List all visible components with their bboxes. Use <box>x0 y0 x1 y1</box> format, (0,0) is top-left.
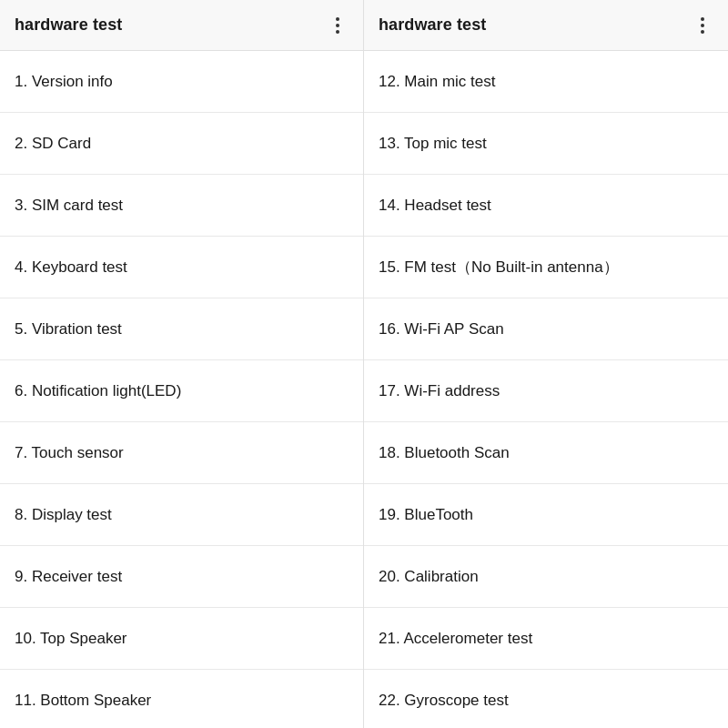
left-list-item[interactable]: 9. Receiver test <box>0 546 363 608</box>
right-panel-title: hardware test <box>379 15 486 35</box>
dot-2 <box>701 24 704 27</box>
left-list-item[interactable]: 2. SD Card <box>0 113 363 175</box>
left-panel-menu-button[interactable] <box>327 15 349 36</box>
dot-2 <box>336 24 339 27</box>
right-list-item[interactable]: 13. Top mic test <box>364 113 728 175</box>
left-list-item[interactable]: 7. Touch sensor <box>0 422 363 484</box>
right-panel: hardware test 12. Main mic test13. Top m… <box>364 0 728 728</box>
left-list-item[interactable]: 8. Display test <box>0 484 363 546</box>
left-list-item[interactable]: 5. Vibration test <box>0 298 363 360</box>
right-panel-menu-button[interactable] <box>692 15 713 36</box>
left-panel-title: hardware test <box>15 15 122 35</box>
right-list-item[interactable]: 19. BlueTooth <box>364 484 728 546</box>
right-list-item[interactable]: 14. Headset test <box>364 175 728 237</box>
right-list-item[interactable]: 16. Wi-Fi AP Scan <box>364 298 728 360</box>
right-list: 12. Main mic test13. Top mic test14. Hea… <box>364 51 728 728</box>
left-list-item[interactable]: 6. Notification light(LED) <box>0 360 363 422</box>
left-list-item[interactable]: 11. Bottom Speaker <box>0 670 363 728</box>
right-list-item[interactable]: 15. FM test（No Built-in antenna） <box>364 237 728 298</box>
left-list-item[interactable]: 10. Top Speaker <box>0 608 363 670</box>
right-list-item[interactable]: 21. Accelerometer test <box>364 608 728 670</box>
left-list-item[interactable]: 3. SIM card test <box>0 175 363 237</box>
right-list-item[interactable]: 20. Calibration <box>364 546 728 608</box>
left-list: 1. Version info2. SD Card3. SIM card tes… <box>0 51 363 728</box>
left-list-item[interactable]: 1. Version info <box>0 51 363 113</box>
dot-3 <box>701 30 704 34</box>
left-panel: hardware test 1. Version info2. SD Card3… <box>0 0 364 728</box>
right-list-item[interactable]: 17. Wi-Fi address <box>364 360 728 422</box>
right-list-item[interactable]: 12. Main mic test <box>364 51 728 113</box>
right-panel-header: hardware test <box>364 0 728 51</box>
right-list-item[interactable]: 18. Bluetooth Scan <box>364 422 728 484</box>
dot-3 <box>336 30 339 34</box>
dot-1 <box>701 17 704 21</box>
dot-1 <box>336 17 339 21</box>
left-panel-header: hardware test <box>0 0 363 51</box>
right-list-item[interactable]: 22. Gyroscope test <box>364 670 728 728</box>
left-list-item[interactable]: 4. Keyboard test <box>0 237 363 298</box>
